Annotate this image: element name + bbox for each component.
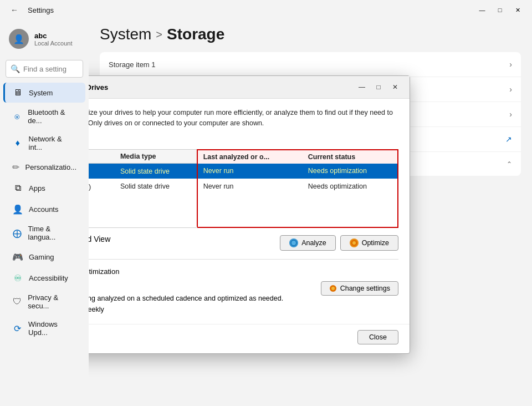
dialog-title-left: Optimize Drives (89, 83, 108, 92)
status-label: Status (89, 136, 398, 145)
optimize-button[interactable]: Optimize (340, 235, 398, 251)
sidebar-item-gaming[interactable]: 🎮 Gaming (3, 247, 85, 267)
accounts-icon: 👤 (12, 204, 23, 215)
dialog-title-bar: Optimize Drives — □ ✕ (89, 76, 410, 99)
sidebar-item-label: System (29, 89, 53, 97)
sidebar-item-time[interactable]: ⨁ Time & langua... (3, 220, 85, 246)
table-border-row (89, 227, 398, 227)
maximize-button[interactable]: □ (492, 4, 508, 16)
drives-table: Drive Media type Last analyzed or o... C… (89, 149, 398, 229)
analyze-label: Analyze (301, 239, 326, 247)
apps-icon: ⧉ (12, 182, 23, 194)
sidebar-item-windows-update[interactable]: ⟳ Windows Upd... (3, 316, 85, 341)
chevron-right-icon: › (509, 110, 512, 119)
col-current-status: Current status (303, 150, 398, 164)
col-media-type: Media type (115, 150, 197, 164)
personalization-icon: ✏ (12, 161, 20, 172)
close-dialog-button[interactable]: Close (357, 330, 398, 344)
gaming-icon: 🎮 (12, 251, 23, 262)
system-icon: 🖥 (12, 87, 23, 98)
user-name: abc (34, 32, 73, 40)
avatar: 👤 (9, 29, 29, 49)
network-icon: ♦ (12, 138, 23, 149)
chevron-up-icon: ⌃ (507, 160, 512, 168)
col-last-analyzed: Last analyzed or o... (197, 150, 303, 164)
on-label: On (89, 281, 283, 293)
sidebar-item-personalization[interactable]: ✏ Personalizatio... (3, 157, 85, 177)
search-box[interactable]: 🔍 (6, 60, 83, 78)
chevron-right-icon: › (509, 85, 512, 94)
sidebar-item-label: Gaming (29, 253, 54, 261)
sidebar-item-network[interactable]: ♦ Network & int... (3, 130, 85, 156)
main-content: 👤 abc Local Account 🔍 🖥 System ⍟ Bluetoo… (0, 20, 532, 406)
scheduled-header: Scheduled optimization (89, 267, 398, 276)
close-button[interactable]: ✕ (510, 4, 525, 16)
search-icon: 🔍 (11, 64, 20, 73)
minimize-button[interactable]: — (474, 4, 490, 16)
back-button[interactable]: ← (7, 2, 22, 18)
scheduled-desc: Drives are being analyzed on a scheduled… (89, 293, 283, 304)
sidebar-item-system[interactable]: 🖥 System (3, 83, 85, 103)
user-subtitle: Local Account (34, 40, 73, 47)
sidebar-item-accounts[interactable]: 👤 Accounts (3, 199, 85, 219)
user-section: 👤 abc Local Account (0, 24, 89, 58)
optimize-label: Optimize (362, 239, 389, 247)
scheduled-info: On Drives are being analyzed on a schedu… (89, 281, 283, 315)
title-bar-left: ← Settings (7, 2, 54, 18)
current-status: Needs optimization (303, 164, 398, 179)
current-status: Needs optimization (303, 179, 398, 194)
time-icon: ⨁ (12, 227, 23, 238)
privacy-icon: 🛡 (12, 296, 22, 307)
sidebar-item-label: Accessibility (29, 274, 68, 282)
dialog-maximize-button[interactable]: □ (371, 80, 386, 94)
optimize-icon (350, 238, 359, 247)
svg-point-12 (331, 287, 335, 290)
content-area: System > Storage Storage item 1 › Storag… (89, 20, 532, 406)
media-type: Solid state drive (115, 164, 197, 179)
sidebar-item-bluetooth[interactable]: ⍟ Bluetooth & de... (3, 104, 85, 129)
search-input[interactable] (23, 65, 78, 73)
drive-name: OS (C:) (89, 164, 115, 179)
windows-update-icon: ⟳ (12, 323, 23, 334)
chevron-right-icon: › (509, 60, 512, 69)
external-link-icon[interactable]: ↗ (505, 135, 512, 144)
svg-point-8 (291, 241, 296, 245)
scheduled-section: Scheduled optimization On Drives are bei… (89, 259, 398, 315)
table-row[interactable]: Data (D:) Solid state drive Never run Ne… (89, 179, 398, 194)
change-settings-button[interactable]: Change settings (321, 281, 398, 296)
sidebar-item-accessibility[interactable]: ♾ Accessibility (3, 268, 85, 288)
window-controls: — □ ✕ (474, 4, 525, 16)
dialog-description: You can optimize your drives to help you… (89, 108, 398, 129)
sidebar-item-label: Network & int... (29, 135, 76, 151)
analyze-icon (289, 238, 298, 247)
sidebar-item-label: Apps (29, 184, 45, 192)
sidebar: 👤 abc Local Account 🔍 🖥 System ⍟ Bluetoo… (0, 20, 89, 406)
dialog-minimize-button[interactable]: — (354, 80, 370, 94)
dialog-title: Optimize Drives (89, 83, 108, 92)
accessibility-icon: ♾ (12, 272, 23, 283)
media-type: Solid state drive (115, 179, 197, 194)
optimize-drives-dialog: Optimize Drives — □ ✕ You can optimize y… (89, 75, 410, 354)
sidebar-item-label: Privacy & secu... (28, 293, 76, 310)
sidebar-item-label: Windows Upd... (28, 320, 76, 337)
last-analyzed: Never run (197, 164, 303, 179)
dialog-footer: Close (89, 324, 410, 353)
table-empty-row (89, 194, 398, 227)
table-row[interactable]: OS (C:) Solid state drive Never run Need… (89, 164, 398, 179)
dialog-body: You can optimize your drives to help you… (89, 99, 410, 324)
user-info: abc Local Account (34, 32, 73, 47)
dialog-controls: — □ ✕ (354, 80, 403, 94)
scheduled-content: On Drives are being analyzed on a schedu… (89, 281, 398, 315)
svg-point-10 (352, 241, 356, 245)
analyze-button[interactable]: Analyze (280, 235, 335, 251)
dialog-overlay: Optimize Drives — □ ✕ You can optimize y… (89, 20, 443, 406)
title-bar: ← Settings — □ ✕ (0, 0, 532, 20)
col-drive: Drive (89, 150, 115, 164)
sidebar-item-label: Bluetooth & de... (28, 108, 76, 125)
bluetooth-icon: ⍟ (12, 111, 22, 122)
sidebar-item-apps[interactable]: ⧉ Apps (3, 178, 85, 198)
dialog-close-button[interactable]: ✕ (387, 80, 403, 94)
advanced-view-label: Advanced View (89, 235, 110, 243)
settings-window: ← Settings — □ ✕ 👤 abc Local Account 🔍 (0, 0, 532, 406)
sidebar-item-privacy[interactable]: 🛡 Privacy & secu... (3, 289, 85, 314)
